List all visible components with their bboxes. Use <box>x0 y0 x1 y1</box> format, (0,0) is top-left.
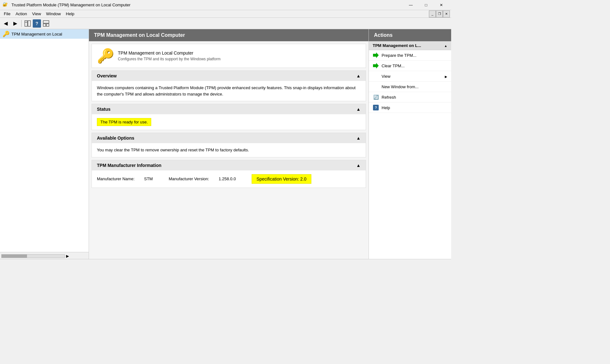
scroll-thumb <box>2 255 27 258</box>
info-box: 🔑 TPM Management on Local Computer Confi… <box>92 44 366 68</box>
scroll-track[interactable] <box>1 254 65 258</box>
console-tree-icon <box>24 20 31 27</box>
section-options-header[interactable]: Available Options ▲ <box>92 133 366 143</box>
content-header: TPM Management on Local Computer <box>89 29 369 41</box>
actions-header-title: Actions <box>374 32 393 38</box>
status-badge: The TPM is ready for use. <box>97 118 151 126</box>
action-clear-tpm[interactable]: Clear TPM... <box>369 61 451 71</box>
view-submenu-arrow <box>445 74 447 79</box>
manufacturer-name-label: Manufacturer Name: <box>97 176 135 181</box>
action-new-window[interactable]: New Window from... <box>369 82 451 92</box>
action-help-label: Help <box>382 105 390 110</box>
section-available-options: Available Options ▲ You may clear the TP… <box>92 133 366 157</box>
manufacturer-row: Manufacturer Name: STM Manufacturer Vers… <box>97 174 361 184</box>
section-manufacturer-title: TPM Manufacturer Information <box>97 163 161 168</box>
info-subtitle: Configures the TPM and its support by th… <box>118 57 220 61</box>
svg-rect-5 <box>46 24 49 26</box>
spec-version-value: 2.0 <box>300 176 306 182</box>
section-overview-header[interactable]: Overview ▲ <box>92 71 366 81</box>
tpm-icon: 🔑 <box>97 48 113 64</box>
spec-version-badge: Specification Version: 2.0 <box>252 174 311 184</box>
menu-item-window[interactable]: Window <box>44 10 63 17</box>
new-window-spacer-icon <box>373 83 379 90</box>
back-button[interactable]: ◀ <box>1 19 10 28</box>
green-arrow-icon-2 <box>373 63 379 69</box>
action-view-row: View <box>382 74 447 79</box>
svg-rect-0 <box>25 21 27 26</box>
manufacturer-version-label: Manufacturer Version: <box>169 176 209 181</box>
section-status-header[interactable]: Status ▲ <box>92 104 366 114</box>
section-overview-content: Windows computers containing a Trusted P… <box>92 81 366 101</box>
view-spacer-icon <box>373 73 379 79</box>
info-title: TPM Management on Local Computer <box>118 50 220 56</box>
mdi-restore-button[interactable]: ❐ <box>436 10 443 17</box>
view-toggle-button[interactable] <box>42 19 51 28</box>
scroll-right-arrow[interactable]: ▶ <box>66 254 69 258</box>
action-new-window-label: New Window from... <box>382 84 418 89</box>
help-toolbar-button[interactable]: ? <box>33 19 41 28</box>
right-panel: Actions TPM Management on L... Prepare t… <box>369 29 451 259</box>
clear-tpm-icon <box>373 63 379 69</box>
help-action-icon: ? <box>373 104 379 111</box>
section-options-content: You may clear the TPM to remove ownershi… <box>92 143 366 157</box>
view-toggle-icon <box>43 20 49 27</box>
maximize-button[interactable]: □ <box>419 0 433 10</box>
section-overview-collapse-icon: ▲ <box>356 73 361 78</box>
help-icon: ? <box>373 105 379 110</box>
actions-subheader-title: TPM Management on L... <box>373 43 421 48</box>
action-prepare-tpm[interactable]: Prepare the TPM... <box>369 50 451 61</box>
status-bar <box>0 259 451 267</box>
info-text-block: TPM Management on Local Computer Configu… <box>118 50 220 61</box>
menu-item-file[interactable]: File <box>1 10 13 17</box>
action-help[interactable]: ? Help <box>369 103 451 113</box>
section-overview-title: Overview <box>97 73 117 78</box>
mdi-controls: _ ❐ ✕ <box>429 10 450 17</box>
action-view[interactable]: View <box>369 71 451 82</box>
window-controls: — □ ✕ <box>403 0 449 10</box>
toolbar-separator-1 <box>21 20 22 27</box>
section-overview-text: Windows computers containing a Trusted P… <box>97 85 361 97</box>
menu-item-action[interactable]: Action <box>13 10 30 17</box>
toolbar: ◀ ▶ ? <box>0 18 451 29</box>
refresh-icon: 🔄 <box>373 95 379 100</box>
section-manufacturer: TPM Manufacturer Information ▲ Manufactu… <box>92 160 366 188</box>
actions-header: Actions <box>369 29 451 41</box>
actions-subheader[interactable]: TPM Management on L... <box>369 41 451 50</box>
console-tree-button[interactable] <box>23 19 32 28</box>
section-status-collapse-icon: ▲ <box>356 107 361 112</box>
menu-item-help[interactable]: Help <box>63 10 77 17</box>
svg-rect-3 <box>43 21 49 23</box>
menu-right-controls: _ ❐ ✕ <box>429 10 450 17</box>
section-options-text: You may clear the TPM to remove ownershi… <box>97 147 361 153</box>
spec-version-label: Specification Version: <box>256 176 299 182</box>
tree-item-tpm[interactable]: 🔑 TPM Management on Local <box>0 29 89 39</box>
minimize-button[interactable]: — <box>403 0 418 10</box>
tree-item-icon: 🔑 <box>3 30 10 37</box>
tree-scrollbar[interactable]: ▶ <box>0 252 89 259</box>
mdi-minimize-button[interactable]: _ <box>429 10 436 17</box>
menu-bar: File Action View Window Help _ ❐ ✕ <box>0 10 451 18</box>
section-manufacturer-header[interactable]: TPM Manufacturer Information ▲ <box>92 160 366 170</box>
mdi-close-button[interactable]: ✕ <box>443 10 450 17</box>
app-icon: 🔐 <box>3 2 9 8</box>
action-refresh-label: Refresh <box>382 95 396 100</box>
close-button[interactable]: ✕ <box>434 0 449 10</box>
section-status-content: The TPM is ready for use. <box>92 114 366 130</box>
window-title: Trusted Platform Module (TPM) Management… <box>11 3 403 7</box>
action-refresh[interactable]: 🔄 Refresh <box>369 92 451 103</box>
refresh-action-icon: 🔄 <box>373 94 379 100</box>
actions-collapse-icon <box>444 43 447 48</box>
section-manufacturer-content: Manufacturer Name: STM Manufacturer Vers… <box>92 170 366 188</box>
action-prepare-tpm-label: Prepare the TPM... <box>382 53 417 58</box>
section-overview: Overview ▲ Windows computers containing … <box>92 70 366 101</box>
title-bar: 🔐 Trusted Platform Module (TPM) Manageme… <box>0 0 451 10</box>
action-clear-tpm-label: Clear TPM... <box>382 63 405 68</box>
forward-button[interactable]: ▶ <box>11 19 20 28</box>
menu-item-view[interactable]: View <box>30 10 44 17</box>
section-options-collapse-icon: ▲ <box>356 136 361 141</box>
section-status-title: Status <box>97 107 111 112</box>
section-options-title: Available Options <box>97 136 134 141</box>
manufacturer-name-value: STM <box>144 176 153 181</box>
manufacturer-version-value: 1.258.0.0 <box>219 176 236 181</box>
section-status: Status ▲ The TPM is ready for use. <box>92 104 366 130</box>
